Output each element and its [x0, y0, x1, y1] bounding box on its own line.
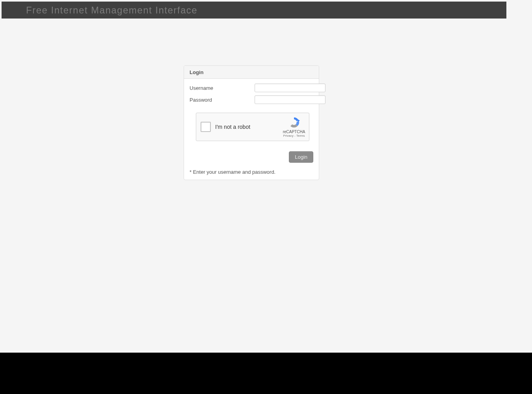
login-button[interactable]: Login — [289, 151, 313, 163]
recaptcha-icon — [288, 116, 300, 129]
username-input[interactable] — [255, 84, 326, 92]
login-footnote: * Enter your username and password. — [190, 169, 313, 175]
password-row: Password — [190, 95, 313, 105]
username-label: Username — [190, 85, 255, 91]
login-panel-title: Login — [190, 69, 203, 75]
recaptcha-checkbox[interactable] — [201, 122, 211, 132]
recaptcha-links: Privacy - Terms — [283, 134, 305, 138]
recaptcha-terms-link[interactable]: Terms — [296, 134, 305, 138]
password-label: Password — [190, 97, 255, 103]
recaptcha-separator: - — [294, 134, 296, 138]
recaptcha-label: I'm not a robot — [215, 124, 281, 130]
recaptcha-brand-text: reCAPTCHA — [283, 130, 305, 134]
login-panel: Login Username Password I'm not a robot — [184, 65, 319, 180]
button-row: Login — [190, 151, 313, 163]
header-bar: Free Internet Management Interface — [2, 2, 506, 19]
recaptcha-widget: I'm not a robot reCAPTCHA Privacy - Term… — [196, 113, 309, 141]
recaptcha-privacy-link[interactable]: Privacy — [283, 134, 294, 138]
recaptcha-branding: reCAPTCHA Privacy - Terms — [281, 113, 309, 141]
username-row: Username — [190, 83, 313, 93]
page-title: Free Internet Management Interface — [26, 5, 197, 16]
password-input[interactable] — [255, 95, 326, 104]
bottom-bar — [0, 353, 532, 394]
login-panel-body: Username Password I'm not a robot r — [184, 79, 319, 180]
login-panel-header: Login — [184, 66, 319, 79]
